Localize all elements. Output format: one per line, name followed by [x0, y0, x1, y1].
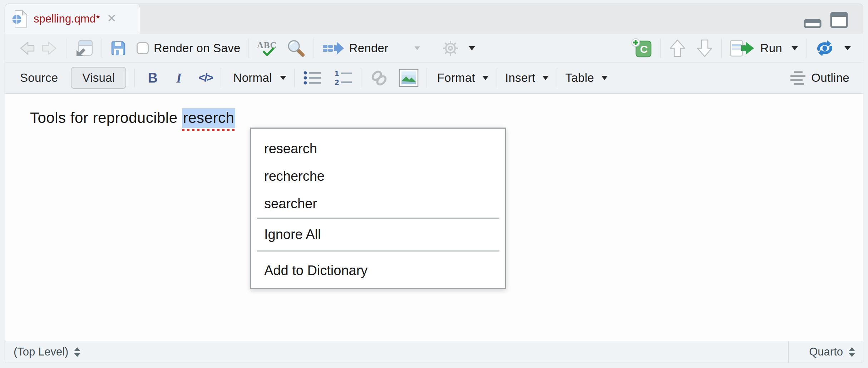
toolbar-separator [221, 68, 221, 88]
source-mode-button[interactable]: Source [20, 71, 58, 85]
code-icon[interactable]: </> [199, 71, 213, 84]
pane-window-controls [804, 12, 848, 28]
image-icon[interactable] [399, 69, 419, 87]
table-menu[interactable]: Table [565, 71, 594, 85]
menu-item-suggestion[interactable]: searcher [251, 190, 505, 218]
toolbar-separator [806, 39, 807, 58]
menu-item-suggestion[interactable]: research [251, 135, 505, 163]
table-dropdown-icon[interactable] [601, 76, 608, 80]
source-pane: spelling.qmd* × [5, 4, 863, 363]
italic-icon[interactable]: I [176, 70, 182, 86]
toolbar-separator [426, 68, 427, 88]
settings-dropdown-icon[interactable] [469, 46, 475, 50]
spellcheck-context-menu: research recherche searcher Ignore All A… [250, 128, 506, 289]
back-icon[interactable] [19, 40, 36, 56]
toolbar-separator [294, 68, 295, 88]
primary-toolbar: Render on Save ABC Render [5, 34, 863, 63]
bold-icon[interactable]: B [148, 70, 157, 86]
quarto-document-icon [12, 10, 28, 28]
document-text-line[interactable]: Tools for reproducible reserch [30, 109, 235, 126]
toolbar-separator [660, 39, 661, 58]
toolbar-separator [557, 68, 557, 88]
insert-chunk-icon[interactable]: C [631, 38, 652, 59]
format-menu[interactable]: Format [437, 71, 475, 85]
run-icon[interactable] [730, 39, 758, 58]
scope-label: (Top Level) [14, 345, 68, 358]
svg-text:2: 2 [335, 78, 339, 86]
gear-icon[interactable] [441, 39, 460, 58]
scope-selector[interactable]: (Top Level) [5, 345, 80, 358]
render-icon[interactable] [322, 40, 345, 57]
up-down-stepper-icon [74, 347, 80, 357]
toolbar-separator [361, 68, 361, 88]
paragraph-style-select[interactable]: Normal [233, 71, 272, 85]
document-text: Tools for reproducible [30, 109, 182, 126]
toolbar-separator [248, 39, 249, 58]
numbered-list-icon[interactable]: 1 2 [334, 69, 353, 86]
render-button[interactable]: Render [349, 41, 389, 55]
minimize-pane-icon[interactable] [804, 19, 822, 28]
tab-close-icon[interactable]: × [107, 11, 116, 26]
format-dropdown-icon[interactable] [482, 76, 489, 80]
run-previous-icon[interactable] [669, 39, 686, 58]
maximize-pane-icon[interactable] [830, 12, 848, 28]
toolbar-separator [314, 39, 314, 58]
spellcheck-icon[interactable]: ABC [257, 41, 277, 56]
svg-text:1: 1 [335, 69, 339, 78]
render-on-save-checkbox[interactable] [137, 42, 149, 54]
mode-selector[interactable]: Quarto [788, 341, 863, 363]
run-dropdown-icon[interactable] [791, 46, 798, 50]
menu-item-add-to-dictionary[interactable]: Add to Dictionary [251, 252, 505, 289]
toolbar-separator [134, 68, 135, 88]
rerun-dropdown-icon[interactable] [844, 46, 851, 50]
up-down-stepper-icon [849, 347, 855, 357]
paragraph-style-dropdown-icon[interactable] [280, 76, 286, 80]
outline-icon[interactable] [789, 70, 808, 86]
forward-icon[interactable] [41, 40, 58, 56]
tab-bar: spelling.qmd* × [5, 4, 863, 34]
mode-label: Quarto [809, 345, 843, 358]
insert-dropdown-icon[interactable] [542, 76, 549, 80]
bullet-list-icon[interactable] [303, 69, 322, 86]
save-icon[interactable] [110, 40, 127, 56]
svg-text:C: C [640, 43, 648, 55]
render-dropdown-icon[interactable] [414, 46, 420, 50]
toolbar-separator [497, 68, 497, 88]
link-icon[interactable] [369, 69, 389, 87]
run-button[interactable]: Run [760, 41, 782, 55]
render-on-save-label: Render on Save [154, 41, 241, 55]
visual-mode-button[interactable]: Visual [71, 67, 126, 89]
misspelled-word-selection[interactable]: reserch [182, 108, 236, 128]
insert-menu[interactable]: Insert [505, 71, 535, 85]
outline-toggle-button[interactable]: Outline [811, 71, 849, 85]
toolbar-separator [66, 39, 66, 58]
open-in-new-window-icon[interactable] [74, 39, 94, 58]
toolbar-separator [102, 39, 102, 58]
run-next-icon[interactable] [696, 39, 713, 58]
menu-item-ignore-all[interactable]: Ignore All [251, 219, 505, 250]
rerun-icon[interactable] [814, 40, 835, 57]
tab-spelling-qmd[interactable]: spelling.qmd* × [5, 4, 140, 34]
menu-item-suggestion[interactable]: recherche [251, 163, 505, 190]
search-icon[interactable] [286, 39, 306, 58]
toolbar-separator [721, 39, 722, 58]
editor-status-bar: (Top Level) Quarto [5, 341, 863, 363]
visual-editor-toolbar: Source Visual B I </> Normal 1 2 [5, 63, 863, 94]
editor-surface[interactable]: Tools for reproducible reserch research … [5, 94, 863, 341]
tab-title: spelling.qmd* [34, 13, 100, 25]
